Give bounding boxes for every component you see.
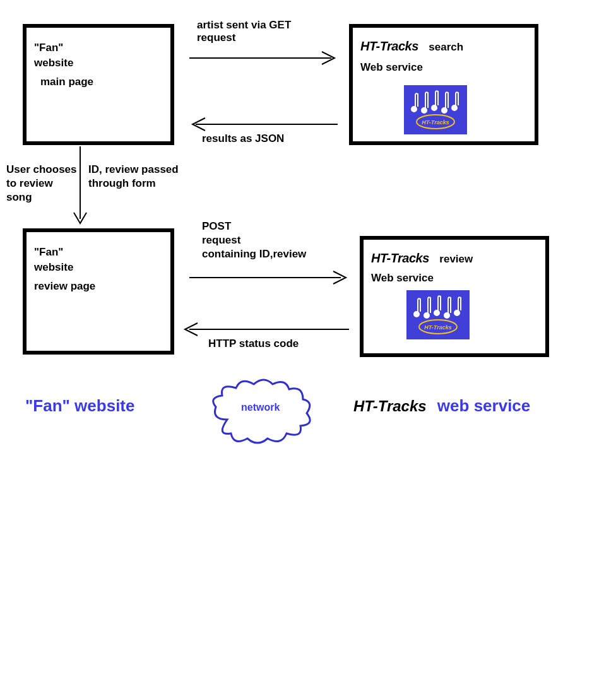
svg-point-4 bbox=[442, 108, 447, 113]
label-form-pass: ID, review passed through form bbox=[88, 163, 179, 191]
box-fan-review: "Fan" website review page bbox=[23, 228, 174, 355]
svg-text:HT-Tracks: HT-Tracks bbox=[424, 324, 451, 331]
label-user-chooses: User chooses to review song bbox=[6, 163, 77, 204]
fan-main-l1: "Fan" bbox=[34, 42, 163, 54]
label-post-request: POST request containing ID,review bbox=[202, 220, 306, 261]
ht-search-sub: Web service bbox=[360, 61, 527, 74]
ht-search-role: search bbox=[429, 41, 463, 53]
svg-point-3 bbox=[432, 105, 437, 110]
cloud-icon: network bbox=[208, 375, 316, 450]
legend-ht-brand: HT-Tracks bbox=[353, 397, 427, 414]
arrow-post-request bbox=[189, 270, 350, 289]
ht-review-sub: Web service bbox=[371, 272, 538, 285]
svg-point-13 bbox=[424, 313, 429, 318]
label-json-results: results as JSON bbox=[202, 132, 284, 145]
label-get-request: artist sent via GET request bbox=[197, 19, 291, 44]
legend-ht-rest: web service bbox=[437, 396, 530, 415]
ht-review-role: review bbox=[439, 253, 473, 265]
fan-review-l2: website bbox=[34, 261, 163, 274]
svg-point-12 bbox=[414, 312, 419, 317]
ht-logo-icon-2: HT-Tracks bbox=[406, 290, 470, 339]
box-fan-main: "Fan" website main page bbox=[23, 24, 174, 145]
legend-fan: "Fan" website bbox=[25, 396, 134, 416]
ht-search-brand: HT-Tracks bbox=[360, 39, 418, 53]
svg-point-14 bbox=[434, 310, 439, 315]
fan-review-l3: review page bbox=[34, 280, 163, 293]
svg-point-5 bbox=[452, 105, 457, 110]
svg-point-1 bbox=[412, 107, 417, 112]
svg-point-15 bbox=[444, 313, 449, 318]
arrow-get-request bbox=[189, 50, 341, 69]
cloud-label: network bbox=[241, 402, 280, 413]
ht-logo-icon: HT-Tracks bbox=[404, 85, 467, 134]
label-status-code: HTTP status code bbox=[208, 338, 299, 350]
legend-ht: HT-Tracks web service bbox=[353, 396, 530, 416]
fan-main-l3: main page bbox=[40, 76, 163, 88]
svg-point-2 bbox=[422, 108, 427, 113]
svg-point-16 bbox=[454, 310, 459, 315]
fan-main-l2: website bbox=[34, 57, 163, 69]
fan-review-l1: "Fan" bbox=[34, 246, 163, 259]
ht-review-brand: HT-Tracks bbox=[371, 251, 429, 265]
svg-text:HT-Tracks: HT-Tracks bbox=[422, 119, 449, 126]
